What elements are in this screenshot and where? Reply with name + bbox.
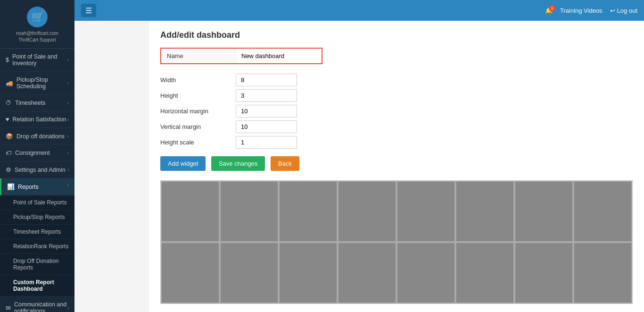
cart-icon: 🛒 [31, 11, 44, 23]
email-icon: ✉ [6, 304, 11, 312]
grid-cell [514, 242, 573, 304]
sidebar-item-pos[interactable]: $ Point of Sale and Inventory › [0, 49, 74, 72]
grid-cell [396, 181, 455, 242]
sidebar-sub-pickup-reports[interactable]: Pickup/Stop Reports [0, 210, 74, 225]
truck-icon: 🚚 [6, 80, 13, 87]
sidebar-item-reports[interactable]: 📊 Reports ˅ [0, 178, 74, 195]
grid-cell [396, 242, 455, 304]
logout-link[interactable]: ↩ Log out [610, 7, 637, 14]
name-label: Name [161, 49, 237, 63]
height-scale-input[interactable] [236, 136, 297, 149]
heart-icon: ♥ [6, 116, 9, 123]
sidebar-item-label: Timesheets [15, 100, 45, 106]
width-input[interactable] [236, 74, 297, 86]
logout-label: Log out [617, 7, 637, 14]
topbar-left: ☰ [81, 4, 96, 17]
action-buttons: Add widget Save changes Back [160, 152, 633, 171]
chevron-right-icon: › [67, 58, 69, 63]
add-widget-button[interactable]: Add widget [160, 156, 206, 171]
width-row: Width [160, 74, 633, 86]
sidebar-logo: 🛒 noah@thriftcart.com ThriftCart Support [0, 0, 74, 49]
sidebar-item-dropoff[interactable]: 📦 Drop off donations ‹ [0, 128, 74, 145]
chevron-right-icon: ‹ [67, 151, 69, 156]
grid-cell [573, 181, 632, 242]
grid-cell [573, 242, 632, 304]
notification-badge: 1 [549, 5, 555, 11]
chevron-right-icon: ‹ [67, 81, 69, 86]
grid-cell [220, 181, 279, 242]
height-label: Height [160, 89, 236, 102]
sidebar-item-settings[interactable]: ⚙ Settings and Admin ‹ [0, 161, 74, 178]
sidebar-item-label: Reports [18, 184, 39, 190]
reports-submenu: Point of Sale Reports Pickup/Stop Report… [0, 195, 74, 296]
grid-cell [514, 181, 573, 242]
vert-margin-row: Vertical margin [160, 120, 633, 133]
chart-icon: 📊 [7, 183, 15, 190]
chevron-right-icon: ‹ [67, 305, 69, 311]
grid-cell [279, 181, 338, 242]
hamburger-icon: ☰ [85, 6, 92, 15]
sidebar-item-label: Pickup/Stop Scheduling [17, 76, 67, 90]
sidebar-item-label: Communication and notifications [14, 301, 67, 312]
grid-cell [279, 242, 338, 304]
grid-cell [161, 181, 220, 242]
vert-margin-input[interactable] [236, 120, 297, 133]
user-org: ThriftCart Support [16, 37, 58, 43]
topbar-right: 🔔 1 Training Videos ↩ Log out [545, 7, 637, 14]
chevron-right-icon: ‹ [67, 117, 69, 122]
sidebar-item-relation[interactable]: ♥ Relation Satisfaction ‹ [0, 111, 74, 128]
height-input[interactable] [236, 89, 297, 102]
sidebar-item-label: Drop off donations [17, 133, 65, 140]
chevron-down-icon: ˅ [66, 184, 69, 189]
chevron-right-icon: ‹ [67, 134, 69, 139]
sidebar-item-timesheets[interactable]: ⏱ Timesheets ‹ [0, 95, 74, 111]
main-content: Add/edit dashboard Name Width Height Hor… [149, 21, 644, 312]
sidebar-sub-timesheet-reports[interactable]: Timesheet Reports [0, 225, 74, 239]
grid-cell [161, 242, 220, 304]
box-icon: 📦 [6, 133, 13, 140]
training-videos-link[interactable]: Training Videos [560, 7, 603, 14]
topbar: ☰ 🔔 1 Training Videos ↩ Log out [74, 0, 644, 21]
grid-cell [220, 242, 279, 304]
logout-icon: ↩ [610, 7, 615, 14]
sidebar-item-pickup[interactable]: 🚚 Pickup/Stop Scheduling ‹ [0, 72, 74, 95]
sidebar-item-label: Settings and Admin [15, 167, 66, 173]
back-button[interactable]: Back [271, 156, 299, 171]
sidebar-sub-pos-reports[interactable]: Point of Sale Reports [0, 195, 74, 210]
name-row: Name [161, 49, 322, 63]
save-changes-button[interactable]: Save changes [211, 156, 265, 171]
grid-row-2 [161, 242, 632, 304]
vert-margin-label: Vertical margin [160, 120, 236, 133]
gear-icon: ⚙ [6, 166, 11, 173]
page-title: Add/edit dashboard [160, 30, 633, 40]
sidebar-sub-relation-reports[interactable]: RelationRank Reports [0, 239, 74, 254]
grid-row-1 [161, 181, 632, 242]
dashboard-grid [160, 180, 633, 304]
sidebar: 🛒 noah@thriftcart.com ThriftCart Support… [0, 0, 74, 312]
sidebar-sub-dropoff-reports[interactable]: Drop Off Donation Reports [0, 254, 74, 275]
chevron-right-icon: ‹ [67, 101, 69, 106]
horiz-margin-input[interactable] [236, 105, 297, 118]
sidebar-item-label: Consignment [15, 150, 50, 156]
grid-cell [455, 181, 514, 242]
chevron-right-icon: ‹ [67, 167, 69, 172]
grid-cell [455, 242, 514, 304]
sidebar-item-label: Point of Sale and Inventory [12, 53, 67, 67]
sidebar-user-info: noah@thriftcart.com ThriftCart Support [16, 30, 58, 43]
height-scale-label: Height scale [160, 136, 236, 149]
sidebar-item-communication[interactable]: ✉ Communication and notifications ‹ [0, 296, 74, 312]
sidebar-item-consignment[interactable]: 🏷 Consignment ‹ [0, 145, 74, 161]
tag-icon: 🏷 [6, 150, 12, 156]
app-logo: 🛒 [27, 7, 48, 27]
hamburger-button[interactable]: ☰ [81, 4, 96, 17]
sidebar-sub-custom-reports[interactable]: Custom Report Dashboard [0, 275, 74, 296]
sidebar-item-label: Relation Satisfaction [12, 116, 66, 123]
notification-bell[interactable]: 🔔 1 [545, 7, 553, 14]
height-scale-row: Height scale [160, 136, 633, 149]
name-input[interactable] [237, 50, 322, 62]
width-label: Width [160, 74, 236, 86]
grid-cell [338, 242, 396, 304]
height-row: Height [160, 89, 633, 102]
name-form-section: Name [160, 48, 322, 64]
horiz-margin-row: Horizontal margin [160, 105, 633, 118]
